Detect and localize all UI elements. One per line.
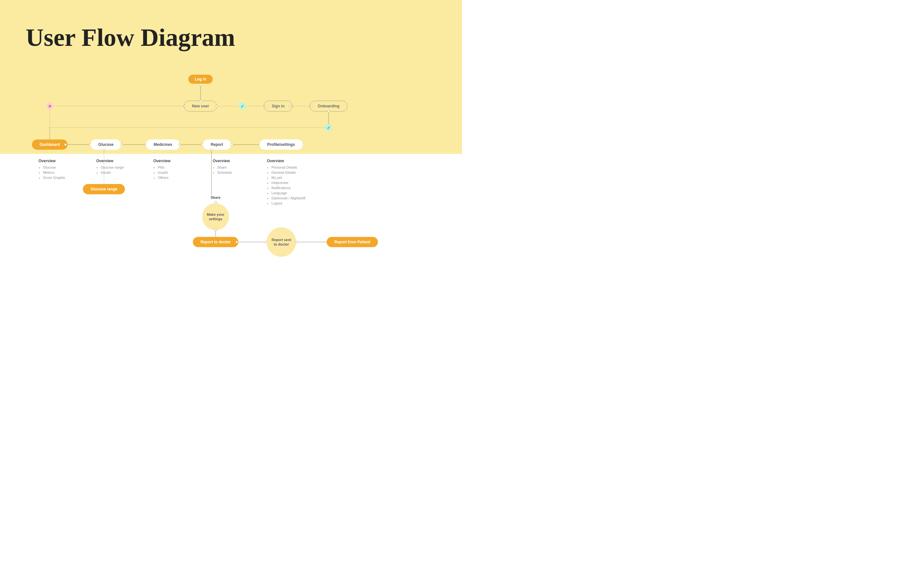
list-heading: Overview [39, 158, 65, 163]
list-item: Others [158, 175, 170, 180]
list-item: Glucose range [101, 165, 124, 170]
list-item: Metrics [43, 170, 65, 175]
list-item: Darkmode / Nightshift [271, 195, 305, 201]
list-heading: Overview [96, 158, 124, 163]
node-report-from-patient: Report from Patient [326, 237, 378, 247]
node-medicines: Medicines [146, 139, 180, 150]
list-item: Insulin [158, 170, 170, 175]
node-make-settings: Make your settings [202, 203, 229, 230]
port [210, 149, 213, 151]
port [215, 105, 218, 107]
list-item: Logout [271, 201, 305, 206]
list-item: Insulin [101, 170, 124, 175]
list-item: Notifications [271, 185, 305, 190]
node-profile: Profile/settings [260, 139, 303, 150]
port [199, 100, 202, 103]
port [295, 241, 298, 243]
list-heading: Overview [153, 158, 170, 163]
port [120, 143, 123, 146]
port [103, 149, 105, 151]
diagram-canvas: User Flow Diagram Log in ✕ [0, 0, 462, 288]
node-glucose-range: Glucose range [83, 184, 125, 194]
port [288, 105, 291, 107]
list-item: Helpcenter [271, 180, 305, 185]
node-glucose: Glucose [90, 139, 121, 150]
diagram-title: User Flow Diagram [26, 23, 235, 52]
port [327, 110, 330, 113]
node-dashboard: Dashboard [32, 139, 68, 150]
list-heading: Overview [267, 158, 305, 163]
list-medicines: Overview Pills Insulin Others [153, 158, 170, 180]
node-report: Report [203, 139, 231, 150]
port [64, 143, 67, 146]
check-icon: ✓ [239, 103, 246, 110]
node-report-sent: Report sent to doctor [267, 227, 296, 257]
list-dashboard: Overview Glucose Metrics Score Graphic [39, 158, 65, 180]
list-glucose: Overview Glucose range Insulin [96, 158, 124, 175]
list-item: General Details [271, 170, 305, 175]
port [178, 143, 181, 146]
cross-icon: ✕ [46, 103, 53, 110]
port [214, 229, 217, 231]
label-share: Share [211, 195, 221, 199]
node-login: Log in [188, 75, 213, 84]
list-profile: Overview Personal Details General Detail… [267, 158, 305, 206]
port [236, 241, 238, 243]
list-item: My pet [271, 175, 305, 180]
port [231, 143, 233, 146]
list-item: Share [217, 165, 232, 170]
list-heading: Overview [213, 158, 232, 163]
list-item: Schedule [217, 170, 232, 175]
list-item: Pills [158, 165, 170, 170]
list-item: Glucose [43, 165, 65, 170]
list-item: Personal Details [271, 165, 305, 170]
node-report-to-doctor: Report to doctor [193, 237, 238, 247]
list-item: Language [271, 190, 305, 195]
list-report: Overview Share Schedule [213, 158, 232, 175]
list-item: Score Graphic [43, 175, 65, 180]
check-icon: ✓ [325, 124, 332, 131]
port [199, 83, 202, 86]
